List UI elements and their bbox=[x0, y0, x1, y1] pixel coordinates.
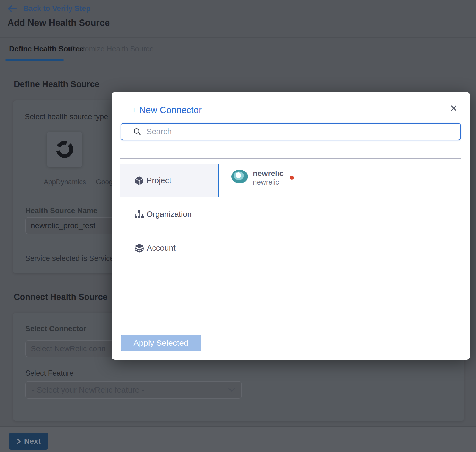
app-root: Back to Verify Step Add New Health Sourc… bbox=[0, 0, 476, 452]
connector-name[interactable]: newrelic bbox=[253, 169, 284, 178]
apply-selected-label: Apply Selected bbox=[133, 338, 188, 348]
newrelic-logo-icon[interactable] bbox=[231, 170, 248, 183]
appdynamics-logo-icon bbox=[54, 139, 75, 160]
next-button-label: Next bbox=[24, 437, 41, 446]
service-selected-note: Service selected is Service_ bbox=[25, 254, 118, 263]
chevron-right-icon bbox=[16, 438, 21, 445]
footer-bar bbox=[0, 426, 476, 452]
scope-tab-label: Project bbox=[146, 176, 171, 185]
health-source-name-label: Health Source Name bbox=[25, 207, 98, 215]
new-connector-link[interactable]: + New Connector bbox=[131, 105, 202, 115]
layers-icon bbox=[135, 244, 144, 253]
tab-customize-health-source[interactable]: Customize Health Source bbox=[70, 45, 154, 53]
page-title: Add New Health Source bbox=[7, 18, 110, 28]
active-tab-underline bbox=[5, 59, 64, 61]
sitemap-icon bbox=[135, 210, 144, 219]
select-type-label: Select health source type bbox=[25, 113, 108, 121]
source-type-appdynamics-tile[interactable] bbox=[47, 132, 82, 167]
back-link-label: Back to Verify Step bbox=[23, 4, 91, 13]
search-icon bbox=[133, 128, 142, 136]
connect-section-heading: Connect Health Source bbox=[14, 292, 107, 302]
scope-tab-label: Organization bbox=[146, 210, 192, 219]
apply-selected-button[interactable]: Apply Selected bbox=[121, 335, 201, 351]
select-connector-label: Select Connector bbox=[25, 325, 86, 333]
scope-tab-project[interactable]: Project bbox=[120, 164, 219, 197]
back-arrow-icon bbox=[7, 5, 17, 13]
chevron-down-icon bbox=[228, 388, 235, 392]
scope-tab-organization[interactable]: Organization bbox=[120, 197, 219, 231]
connector-row-divider bbox=[227, 190, 458, 190]
connector-search-box bbox=[121, 123, 461, 140]
tabs-bottom-border bbox=[0, 62, 476, 62]
define-section-heading: Define Health Source bbox=[14, 79, 99, 89]
select-feature-dropdown[interactable]: - Select your NewRelic feature - bbox=[25, 381, 242, 399]
source-type-google-label-truncated: Goog bbox=[96, 178, 113, 186]
header-divider bbox=[0, 37, 476, 38]
scope-tab-account[interactable]: Account bbox=[120, 231, 219, 265]
scope-list-divider bbox=[222, 164, 222, 319]
close-button[interactable] bbox=[447, 102, 460, 115]
modal-bottom-divider bbox=[120, 323, 461, 323]
search-input[interactable] bbox=[146, 127, 460, 136]
select-feature-placeholder: - Select your NewRelic feature - bbox=[32, 386, 144, 395]
select-feature-label: Select Feature bbox=[25, 369, 74, 378]
source-type-appdynamics-label: AppDynamics bbox=[43, 178, 86, 186]
scope-tab-label: Account bbox=[147, 244, 176, 253]
close-icon bbox=[449, 104, 458, 113]
connector-id: newrelic bbox=[253, 178, 279, 186]
connector-select-modal: + New Connector Project bbox=[112, 92, 470, 360]
back-link[interactable]: Back to Verify Step bbox=[7, 4, 91, 13]
cube-icon bbox=[135, 176, 144, 185]
next-button[interactable]: Next bbox=[9, 433, 48, 450]
modal-top-divider bbox=[120, 158, 461, 159]
connector-status-dot bbox=[290, 176, 294, 180]
